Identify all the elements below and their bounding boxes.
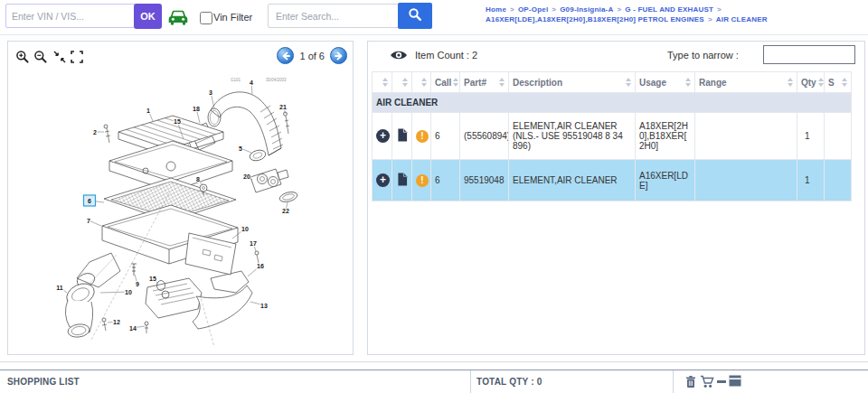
minimize-icon[interactable] [717,380,726,384]
diagram-pager: 1 of 6 [277,47,347,64]
type-to-narrow-input[interactable] [763,45,855,64]
footer-divider [673,370,674,393]
diagram-viewer-panel: 1 of 6 G101 30/04/2003 [7,41,354,355]
breadcrumb-separator: > [708,14,712,24]
column-header-col1[interactable] [392,72,412,93]
sort-icon[interactable] [453,78,458,87]
callout-9: 9 [136,281,139,287]
breadcrumb-item-0[interactable]: Home [486,5,506,14]
eye-icon[interactable] [390,49,408,61]
parts-catalog-app: OK Vin Filter Home>OP-Opel>G09-Insignia-… [0,0,868,393]
breadcrumb-separator: > [552,5,556,14]
callout-18: 18 [193,106,200,112]
add-to-list-icon[interactable]: + [376,173,390,187]
column-header-col0[interactable] [373,72,392,93]
callout-13: 13 [260,303,268,309]
fit-screen-icon[interactable] [52,50,67,64]
sort-icon[interactable] [402,78,408,87]
type-to-narrow-label: Type to narrow : [667,50,739,61]
fullscreen-icon[interactable] [70,50,84,64]
cell-description: ELEMENT,AIR CLEANER [509,160,636,201]
callout-4: 4 [250,80,253,86]
breadcrumb-item-3[interactable]: G - FUEL AND EXHAUST [625,5,713,14]
column-header-Qty[interactable]: Qty [797,72,825,93]
breadcrumb-item-2[interactable]: G09-Insignia-A [560,5,613,14]
document-icon[interactable] [397,128,408,142]
sort-icon[interactable] [421,78,427,87]
callout-2: 2 [93,129,97,136]
sort-icon[interactable] [788,78,793,87]
sort-icon[interactable] [626,78,631,87]
search-button[interactable] [398,3,432,29]
callout-10: 10 [241,226,249,232]
vin-input[interactable] [5,4,141,28]
breadcrumb-item-1[interactable]: OP-Opel [518,5,548,14]
parts-table: CallPart#DescriptionUsageRangeQtyS AIR C… [372,71,852,201]
page-indicator: 1 of 6 [299,51,325,61]
column-header-col2[interactable] [412,72,431,93]
next-page-button[interactable] [330,47,347,64]
cart-icon[interactable] [700,375,714,388]
callout-12: 12 [113,319,120,325]
search-input[interactable] [268,4,403,28]
shopping-list-bar: SHOPPING LIST TOTAL QTY : 0 [0,370,868,393]
vin-filter-checkbox[interactable] [200,12,212,24]
cell-part: 95519048 [460,160,509,201]
callout-21: 21 [279,104,287,110]
sort-icon[interactable] [818,78,824,87]
shopping-list-label: SHOPPING LIST [7,377,80,387]
breadcrumb-separator: > [510,5,514,14]
callout-5: 5 [239,145,242,152]
sort-icon[interactable] [499,78,505,87]
group-header-row[interactable]: AIR CLEANER [373,93,852,113]
callout-7: 7 [87,218,90,224]
column-header-Range[interactable]: Range [695,72,797,93]
table-row[interactable]: + ! 6 (55560894) ELEMENT,AIR CLEANER (NL… [373,113,852,160]
breadcrumb-separator: > [717,5,722,14]
table-row-selected[interactable]: + ! 6 95519048 ELEMENT,AIR CLEANER A16XE… [373,160,852,201]
total-qty-label: TOTAL QTY : 0 [476,377,542,387]
sort-icon[interactable] [382,78,388,87]
save-list-icon[interactable] [729,375,741,387]
car-icon[interactable] [166,7,190,27]
zoom-out-icon[interactable] [33,50,48,64]
callout-17: 17 [250,240,257,247]
callout-20: 20 [243,173,250,180]
callout-10: 10 [125,289,132,295]
warning-icon[interactable]: ! [416,130,429,143]
callout-11: 11 [56,285,63,291]
exploded-diagram[interactable]: G101 30/04/2003 [10,69,350,351]
diagram-ref-code: G101 [231,78,241,82]
cell-call: 6 [431,160,460,201]
callout-3: 3 [209,89,212,96]
column-header-Part#[interactable]: Part# [460,72,509,93]
search-icon [407,6,423,23]
arrow-left-icon [280,51,291,61]
column-header-Usage[interactable]: Usage [636,72,695,93]
callout-14: 14 [129,325,137,332]
parts-list-panel: Item Count : 2 Type to narrow : CallPart… [367,41,865,355]
cell-usage: A18XER[2H0],B18XER[2H0] [636,113,695,160]
zoom-in-icon[interactable] [15,50,30,64]
cell-range [695,113,797,160]
breadcrumb-item-5[interactable]: AIR CLEANER [716,14,768,24]
ok-button[interactable]: OK [134,4,162,29]
trash-icon[interactable] [684,375,697,388]
column-header-Call[interactable]: Call [431,72,460,93]
add-to-list-icon[interactable]: + [376,129,390,143]
cell-call: 6 [431,113,460,160]
top-bar: OK Vin Filter Home>OP-Opel>G09-Insignia-… [0,0,868,35]
footer-divider [470,370,471,393]
breadcrumb-separator: > [617,5,621,14]
sort-icon[interactable] [685,78,691,87]
column-header-Description[interactable]: Description [509,72,636,93]
callout-8: 8 [196,176,200,182]
warning-icon[interactable]: ! [416,174,429,187]
column-header-S[interactable]: S [825,72,852,93]
cell-description: ELEMENT,AIR CLEANER (NLS.- USE 95519048 … [509,113,636,160]
diagram-ref-date: 30/04/2003 [266,78,287,82]
sort-icon[interactable] [842,78,847,87]
document-icon[interactable] [397,173,408,186]
breadcrumb-item-4[interactable]: A16XER[LDE],A18XER[2H0],B18XER[2H0] PETR… [486,14,704,24]
prev-page-button[interactable] [277,47,294,64]
